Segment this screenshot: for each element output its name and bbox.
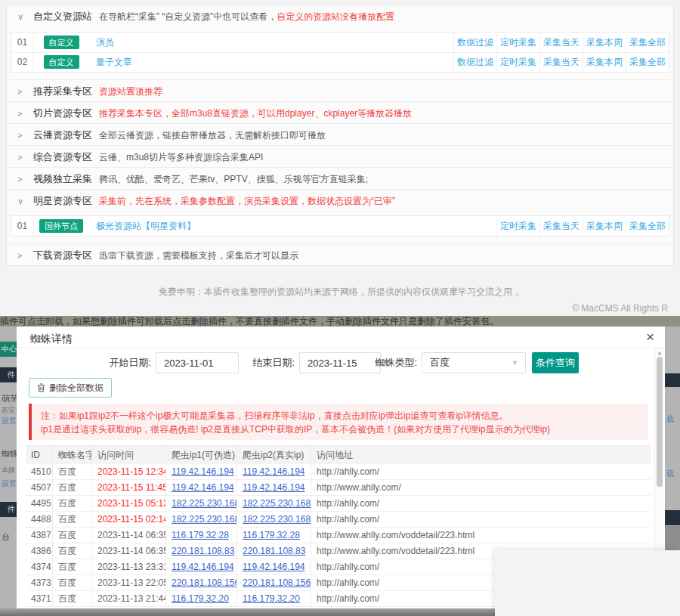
spider-name: 百度: [53, 559, 92, 574]
spider-id: 4371: [26, 591, 53, 606]
action-collect-week[interactable]: 采集本周: [586, 221, 623, 231]
bg-fragment-grey: [663, 526, 680, 550]
foreground-blank-panel: [495, 550, 680, 616]
close-icon[interactable]: ×: [646, 328, 654, 346]
bg-fragment-navy-bar: 件: [0, 502, 17, 517]
ip-notice-line2: ip1是通过请求头获取的ip，很容易伪造! ip2是直接从TCP中获取的IP，基…: [41, 423, 648, 436]
type-badge: 国外节点: [39, 219, 83, 233]
row-index: 01: [11, 217, 34, 236]
ip1-link[interactable]: 182.225.230.168: [172, 498, 237, 509]
delete-all-button[interactable]: 删除全部数据: [29, 378, 112, 398]
ip2-link[interactable]: 182.225.230.168: [243, 498, 311, 509]
ip1-link[interactable]: 116.179.32.28: [172, 530, 229, 540]
bg-fragment-link: 设置: [2, 478, 17, 489]
ip2-link[interactable]: 119.42.146.194: [243, 482, 305, 493]
row-index: 01: [11, 33, 34, 52]
section-title: 综合资源专区: [33, 151, 92, 163]
section-recommend[interactable]: >推荐采集专区资源站置顶推荐: [7, 79, 673, 101]
ip2-link[interactable]: 119.42.146.194: [243, 562, 305, 572]
ip2-link[interactable]: 220.181.108.156: [243, 577, 311, 588]
visit-time: 2023-11-13 22:05:50: [92, 575, 166, 590]
resource-link[interactable]: 极光资源站【明星资料】: [96, 221, 196, 231]
action-timed-collect[interactable]: 定时采集: [500, 57, 536, 67]
section-slice[interactable]: >切片资源专区推荐采集本专区，全部m3u8直链资源，可以用dplayer、ckp…: [7, 101, 673, 123]
action-collect-all[interactable]: 采集全部: [629, 221, 666, 231]
collapse-arrow-icon: >: [17, 125, 26, 145]
action-collect-week[interactable]: 采集本周: [586, 37, 623, 48]
section-download[interactable]: >下载资源专区迅雷下载资源，需要模板支持，采集后才可以显示: [7, 243, 673, 265]
section-desc-warning: 自定义的资源站没有播放配置: [277, 11, 394, 22]
section-composite[interactable]: >综合资源专区云播、m3u8切片等多种资源综合采集API: [7, 145, 673, 167]
spider-name: 百度: [53, 480, 92, 495]
spider-type-value: 百度: [430, 357, 450, 368]
action-collect-week[interactable]: 采集本周: [586, 57, 623, 67]
scrollbar-thumb[interactable]: [657, 357, 663, 487]
ip1-link[interactable]: 220.181.108.83: [172, 546, 234, 556]
section-title: 云播资源专区: [33, 129, 92, 141]
resource-link[interactable]: 演员: [96, 37, 114, 48]
section-custom-sites[interactable]: ∨自定义资源站在导航栏“采集” “自定义资源”中也可以查看，自定义的资源站没有播…: [7, 5, 673, 27]
ip1-link[interactable]: 119.42.146.194: [172, 562, 234, 572]
spider-name: 百度: [53, 496, 92, 511]
delete-all-label: 删除全部数据: [49, 382, 104, 395]
ip2-link[interactable]: 182.225.230.168: [243, 514, 311, 525]
bg-fragment-navy-bar: [665, 510, 680, 525]
section-star[interactable]: ∨明星资源专区采集前，先在系统，采集参数配置，演员采集设置，数据状态设置为“已审…: [7, 189, 673, 211]
scroll-up-icon[interactable]: ▲: [655, 350, 664, 355]
section-desc: 在导航栏“采集” “自定义资源”中也可以查看，: [99, 11, 277, 22]
bg-fragment-link: 载: [666, 469, 674, 479]
action-collect-today[interactable]: 采集当天: [543, 221, 580, 231]
section-video-direct[interactable]: >视频独立采集腾讯、优酷、爱奇艺、芒果tv、PPTV、搜狐、乐视等官方直链采集;: [7, 167, 673, 189]
ip1-link[interactable]: 119.42.146.194: [172, 466, 234, 477]
spider-id: 4510: [26, 464, 53, 479]
ip1-link[interactable]: 119.42.146.194: [172, 482, 234, 493]
resource-collect-page: ∨自定义资源站在导航栏“采集” “自定义资源”中也可以查看，自定义的资源站没有播…: [0, 0, 680, 316]
action-data-filter[interactable]: 数据过滤: [457, 37, 493, 48]
collapse-arrow-icon: >: [17, 169, 26, 189]
collapse-arrow-icon: ∨: [17, 6, 26, 27]
collapse-arrow-icon: >: [17, 245, 26, 265]
ip2-link[interactable]: 119.42.146.194: [243, 466, 305, 477]
ip1-link[interactable]: 220.181.108.156: [172, 577, 237, 588]
section-cloudplay[interactable]: >云播资源专区全部云播资源，链接自带播放器，无需解析接口即可播放: [7, 123, 673, 145]
section-title: 下载资源专区: [33, 249, 92, 261]
ip2-link[interactable]: 116.179.32.28: [243, 530, 300, 540]
query-button[interactable]: 条件查询: [532, 352, 579, 373]
visit-url: http://ahlly.com/: [311, 512, 651, 527]
section-desc-warning: 采集前，先在系统，采集参数配置，演员采集设置，数据状态设置为“已审”: [99, 196, 395, 206]
resource-accordion: ∨自定义资源站在导航栏“采集” “自定义资源”中也可以查看，自定义的资源站没有播…: [6, 5, 674, 266]
resource-link[interactable]: 量子文章: [96, 57, 132, 67]
spider-row: 4488 百度 2023-11-15 02:14:28 182.225.230.…: [26, 512, 651, 528]
spider-type-select[interactable]: 百度 ▼: [422, 352, 526, 373]
spider-name: 百度: [53, 575, 92, 590]
action-collect-today[interactable]: 采集当天: [543, 57, 580, 67]
action-timed-collect[interactable]: 定时采集: [500, 37, 536, 48]
spider-row: 4510 百度 2023-11-15 12:34:43 119.42.146.1…: [26, 464, 651, 480]
visit-time: 2023-11-15 05:13:05: [92, 496, 166, 511]
action-timed-collect[interactable]: 定时采集: [500, 221, 536, 231]
bg-fragment-navy-bar: [665, 373, 680, 387]
section-desc: 迅雷下载资源，需要模板支持，采集后才可以显示: [99, 250, 298, 261]
ip1-link[interactable]: 182.225.230.168: [172, 514, 237, 525]
ip1-link[interactable]: 116.179.32.20: [172, 593, 229, 604]
custom-sites-table-wrap: 01 自定义 演员 数据过滤 定时采集 采集当天 采集本周 采集全部 02 自定…: [7, 27, 673, 79]
ip2-link[interactable]: 116.179.32.20: [243, 593, 300, 604]
action-collect-all[interactable]: 采集全部: [629, 57, 666, 67]
visit-url: http://www.ahlly.com/voddetail/223.html: [311, 528, 651, 543]
bg-fragment-link: 设置: [2, 416, 17, 426]
visit-time: 2023-11-13 21:44:07: [92, 591, 166, 606]
spider-row: 4495 百度 2023-11-15 05:13:05 182.225.230.…: [26, 496, 651, 512]
spider-name: 百度: [53, 528, 92, 543]
action-collect-all[interactable]: 采集全部: [629, 37, 666, 48]
table-row: 01 自定义 演员 数据过滤 定时采集 采集当天 采集本周 采集全部: [11, 33, 669, 52]
start-date-input[interactable]: [156, 352, 239, 373]
section-desc-warning: 资源站置顶推荐: [99, 86, 162, 97]
bg-fragment-link: 载: [666, 414, 674, 425]
visit-time: 2023-11-14 06:35:41: [92, 543, 166, 559]
table-row: 02 自定义 量子文章 数据过滤 定时采集 采集当天 采集本周 采集全部: [11, 52, 669, 72]
spider-name: 百度: [53, 591, 92, 606]
bg-fragment-text: 本插: [2, 466, 15, 475]
action-collect-today[interactable]: 采集当天: [543, 37, 580, 48]
ip2-link[interactable]: 220.181.108.83: [243, 546, 305, 556]
action-data-filter[interactable]: 数据过滤: [457, 57, 493, 67]
